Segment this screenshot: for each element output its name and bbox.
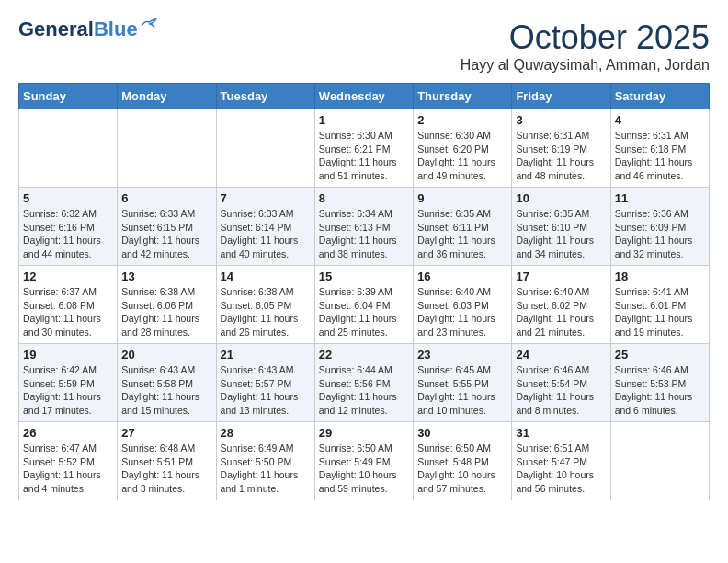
calendar-header-row: SundayMondayTuesdayWednesdayThursdayFrid… — [19, 84, 710, 109]
day-number: 22 — [319, 348, 409, 362]
day-info: Sunrise: 6:44 AM Sunset: 5:56 PM Dayligh… — [319, 363, 409, 418]
day-info: Sunrise: 6:34 AM Sunset: 6:13 PM Dayligh… — [319, 207, 409, 261]
day-number: 5 — [23, 191, 113, 205]
calendar-cell: 22Sunrise: 6:44 AM Sunset: 5:56 PM Dayli… — [314, 344, 413, 422]
calendar-cell: 14Sunrise: 6:38 AM Sunset: 6:05 PM Dayli… — [216, 266, 314, 344]
calendar-week-row: 12Sunrise: 6:37 AM Sunset: 6:08 PM Dayli… — [19, 266, 710, 344]
day-number: 28 — [221, 426, 311, 440]
day-info: Sunrise: 6:49 AM Sunset: 5:50 PM Dayligh… — [221, 442, 311, 496]
day-number: 17 — [516, 270, 606, 283]
calendar-cell: 7Sunrise: 6:33 AM Sunset: 6:14 PM Daylig… — [216, 188, 314, 266]
day-info: Sunrise: 6:38 AM Sunset: 6:05 PM Dayligh… — [221, 285, 311, 339]
day-number: 21 — [221, 348, 311, 362]
calendar-cell: 20Sunrise: 6:43 AM Sunset: 5:58 PM Dayli… — [118, 344, 216, 422]
calendar-cell: 23Sunrise: 6:45 AM Sunset: 5:55 PM Dayli… — [414, 344, 512, 422]
day-number: 6 — [121, 191, 211, 205]
calendar-cell: 31Sunrise: 6:51 AM Sunset: 5:47 PM Dayli… — [512, 422, 610, 500]
day-number: 10 — [516, 191, 606, 205]
day-info: Sunrise: 6:45 AM Sunset: 5:55 PM Dayligh… — [417, 363, 507, 418]
day-number: 29 — [319, 426, 409, 440]
month-title: October 2025 — [461, 18, 710, 57]
day-info: Sunrise: 6:36 AM Sunset: 6:09 PM Dayligh… — [615, 207, 705, 261]
calendar-cell: 15Sunrise: 6:39 AM Sunset: 6:04 PM Dayli… — [314, 266, 413, 344]
calendar-cell: 6Sunrise: 6:33 AM Sunset: 6:15 PM Daylig… — [118, 188, 216, 266]
column-header-tuesday: Tuesday — [216, 84, 314, 109]
day-info: Sunrise: 6:33 AM Sunset: 6:14 PM Dayligh… — [221, 207, 311, 261]
day-info: Sunrise: 6:43 AM Sunset: 5:58 PM Dayligh… — [121, 363, 211, 418]
calendar-cell: 2Sunrise: 6:30 AM Sunset: 6:20 PM Daylig… — [414, 109, 512, 188]
day-info: Sunrise: 6:38 AM Sunset: 6:06 PM Dayligh… — [121, 285, 211, 339]
day-number: 9 — [417, 191, 507, 205]
calendar-cell: 19Sunrise: 6:42 AM Sunset: 5:59 PM Dayli… — [19, 344, 118, 422]
calendar-cell: 30Sunrise: 6:50 AM Sunset: 5:48 PM Dayli… — [414, 422, 512, 500]
calendar-cell — [216, 109, 314, 188]
column-header-monday: Monday — [118, 84, 216, 109]
day-info: Sunrise: 6:35 AM Sunset: 6:10 PM Dayligh… — [516, 207, 606, 261]
day-info: Sunrise: 6:50 AM Sunset: 5:49 PM Dayligh… — [319, 442, 409, 496]
day-number: 27 — [121, 426, 211, 440]
calendar-cell: 21Sunrise: 6:43 AM Sunset: 5:57 PM Dayli… — [216, 344, 314, 422]
calendar-cell — [610, 422, 709, 500]
day-info: Sunrise: 6:31 AM Sunset: 6:18 PM Dayligh… — [615, 129, 705, 183]
calendar-cell: 4Sunrise: 6:31 AM Sunset: 6:18 PM Daylig… — [610, 109, 709, 188]
day-info: Sunrise: 6:33 AM Sunset: 6:15 PM Dayligh… — [121, 207, 211, 261]
day-number: 3 — [516, 113, 606, 127]
day-number: 16 — [417, 270, 507, 283]
day-info: Sunrise: 6:31 AM Sunset: 6:19 PM Dayligh… — [516, 129, 606, 183]
calendar-cell: 24Sunrise: 6:46 AM Sunset: 5:54 PM Dayli… — [512, 344, 610, 422]
calendar-cell: 29Sunrise: 6:50 AM Sunset: 5:49 PM Dayli… — [314, 422, 413, 500]
day-number: 23 — [417, 348, 507, 362]
day-number: 25 — [615, 348, 705, 362]
page-header: GeneralBlue October 2025 Hayy al Quwaysi… — [18, 18, 710, 74]
day-info: Sunrise: 6:48 AM Sunset: 5:51 PM Dayligh… — [121, 442, 211, 496]
day-info: Sunrise: 6:30 AM Sunset: 6:21 PM Dayligh… — [319, 129, 409, 183]
day-number: 30 — [417, 426, 507, 440]
logo-bird-icon — [140, 18, 158, 33]
day-info: Sunrise: 6:40 AM Sunset: 6:02 PM Dayligh… — [516, 285, 606, 339]
calendar-week-row: 1Sunrise: 6:30 AM Sunset: 6:21 PM Daylig… — [19, 109, 710, 188]
column-header-sunday: Sunday — [19, 84, 118, 109]
day-number: 2 — [417, 113, 507, 127]
day-info: Sunrise: 6:32 AM Sunset: 6:16 PM Dayligh… — [23, 207, 113, 261]
day-info: Sunrise: 6:40 AM Sunset: 6:03 PM Dayligh… — [417, 285, 507, 339]
calendar-cell: 8Sunrise: 6:34 AM Sunset: 6:13 PM Daylig… — [314, 188, 413, 266]
calendar-cell: 27Sunrise: 6:48 AM Sunset: 5:51 PM Dayli… — [118, 422, 216, 500]
day-number: 14 — [221, 270, 311, 283]
calendar-cell: 13Sunrise: 6:38 AM Sunset: 6:06 PM Dayli… — [118, 266, 216, 344]
day-number: 7 — [221, 191, 311, 205]
day-number: 26 — [23, 426, 113, 440]
day-number: 15 — [319, 270, 409, 283]
calendar-cell: 11Sunrise: 6:36 AM Sunset: 6:09 PM Dayli… — [610, 188, 709, 266]
column-header-friday: Friday — [512, 84, 610, 109]
calendar-cell: 1Sunrise: 6:30 AM Sunset: 6:21 PM Daylig… — [314, 109, 413, 188]
calendar-cell: 3Sunrise: 6:31 AM Sunset: 6:19 PM Daylig… — [512, 109, 610, 188]
calendar-cell: 17Sunrise: 6:40 AM Sunset: 6:02 PM Dayli… — [512, 266, 610, 344]
day-number: 4 — [615, 113, 705, 127]
day-info: Sunrise: 6:46 AM Sunset: 5:54 PM Dayligh… — [516, 363, 606, 418]
title-block: October 2025 Hayy al Quwaysimah, Amman, … — [461, 18, 710, 74]
day-info: Sunrise: 6:50 AM Sunset: 5:48 PM Dayligh… — [417, 442, 507, 496]
calendar-cell: 12Sunrise: 6:37 AM Sunset: 6:08 PM Dayli… — [19, 266, 118, 344]
day-info: Sunrise: 6:37 AM Sunset: 6:08 PM Dayligh… — [23, 285, 113, 339]
day-number: 31 — [516, 426, 606, 440]
location-subtitle: Hayy al Quwaysimah, Amman, Jordan — [461, 57, 710, 74]
day-number: 12 — [23, 270, 113, 283]
calendar-week-row: 5Sunrise: 6:32 AM Sunset: 6:16 PM Daylig… — [19, 188, 710, 266]
logo: GeneralBlue — [18, 18, 158, 40]
calendar-cell — [19, 109, 118, 188]
day-info: Sunrise: 6:41 AM Sunset: 6:01 PM Dayligh… — [615, 285, 705, 339]
calendar-week-row: 26Sunrise: 6:47 AM Sunset: 5:52 PM Dayli… — [19, 422, 710, 500]
calendar-cell: 9Sunrise: 6:35 AM Sunset: 6:11 PM Daylig… — [414, 188, 512, 266]
day-number: 20 — [121, 348, 211, 362]
calendar-week-row: 19Sunrise: 6:42 AM Sunset: 5:59 PM Dayli… — [19, 344, 710, 422]
column-header-thursday: Thursday — [414, 84, 512, 109]
day-number: 1 — [319, 113, 409, 127]
day-info: Sunrise: 6:43 AM Sunset: 5:57 PM Dayligh… — [221, 363, 311, 418]
day-info: Sunrise: 6:39 AM Sunset: 6:04 PM Dayligh… — [319, 285, 409, 339]
day-number: 8 — [319, 191, 409, 205]
day-number: 19 — [23, 348, 113, 362]
day-info: Sunrise: 6:42 AM Sunset: 5:59 PM Dayligh… — [23, 363, 113, 418]
day-info: Sunrise: 6:46 AM Sunset: 5:53 PM Dayligh… — [615, 363, 705, 418]
day-info: Sunrise: 6:47 AM Sunset: 5:52 PM Dayligh… — [23, 442, 113, 496]
calendar-cell — [118, 109, 216, 188]
